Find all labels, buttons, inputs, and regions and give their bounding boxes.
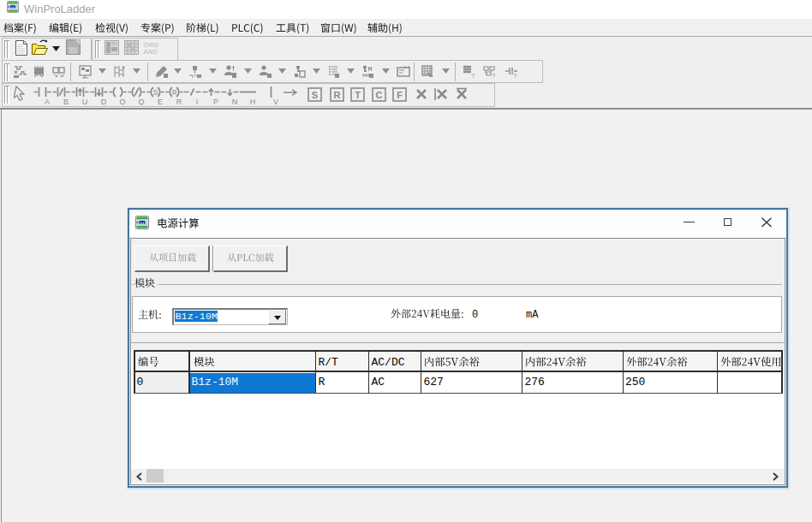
svg-text:?: ? — [513, 72, 517, 80]
svg-text:P: P — [213, 98, 218, 106]
svg-text:E: E — [157, 98, 162, 106]
svg-text:R: R — [333, 90, 340, 100]
svg-text:N: N — [232, 98, 238, 106]
svg-text:U: U — [81, 98, 87, 106]
svg-text:T: T — [355, 90, 361, 100]
svg-text:?: ? — [471, 72, 475, 80]
svg-text:C: C — [375, 90, 382, 100]
svg-text:H: H — [249, 98, 255, 106]
svg-text:F: F — [397, 90, 403, 100]
svg-text:R: R — [171, 88, 176, 98]
svg-text:B: B — [63, 98, 68, 106]
svg-text:R: R — [176, 98, 182, 106]
svg-text:O: O — [119, 98, 125, 106]
svg-text:A: A — [44, 98, 49, 106]
svg-text:D: D — [100, 98, 106, 106]
svg-text:S: S — [152, 88, 158, 98]
svg-text:I: I — [196, 98, 199, 106]
svg-text:?: ? — [492, 72, 496, 80]
svg-text:V: V — [273, 98, 278, 106]
svg-text:S: S — [312, 90, 318, 100]
svg-text:Q: Q — [138, 98, 144, 106]
